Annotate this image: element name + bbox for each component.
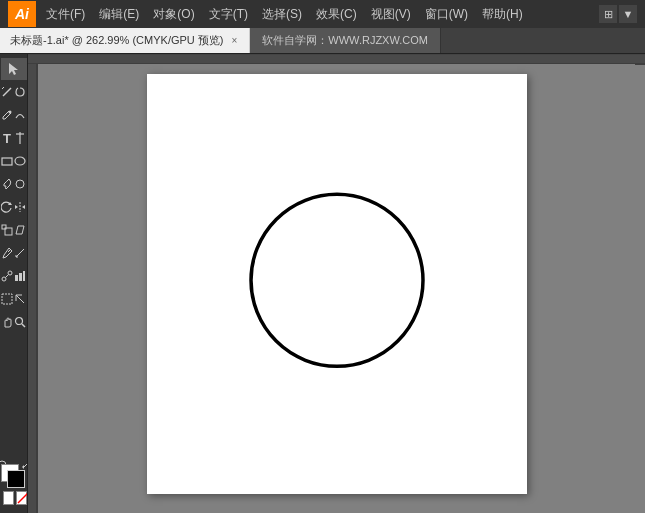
window-controls: ⊞ ▼ [599,5,637,23]
slice-tool[interactable] [14,288,27,310]
svg-point-7 [15,157,25,165]
scale-tool[interactable] [1,219,14,241]
hand-tool[interactable] [1,311,14,333]
none-swatch[interactable] [16,491,27,505]
pen-tool[interactable] [1,104,14,126]
svg-line-26 [16,295,24,303]
svg-line-16 [16,249,24,257]
svg-rect-6 [2,158,12,165]
tab-active-document[interactable]: 未标题-1.ai* @ 262.99% (CMYK/GPU 预览) × [0,28,250,53]
tab-inactive-label: 软件自学网：WWW.RJZXW.COM [262,33,428,48]
lasso-tool[interactable] [14,81,27,103]
selection-tool[interactable] [1,58,27,80]
stroke-swatch[interactable] [3,491,14,505]
svg-point-19 [2,277,6,281]
ruler-top [28,54,645,64]
svg-marker-12 [22,205,25,209]
svg-line-30 [22,324,25,327]
svg-point-20 [8,271,12,275]
color-swatches[interactable] [1,464,27,490]
svg-rect-24 [23,271,25,281]
canvas-area[interactable] [28,54,645,513]
paintbrush-tool[interactable] [1,173,14,195]
blob-brush-tool[interactable] [14,173,27,195]
menu-edit[interactable]: 编辑(E) [93,4,145,25]
tab-inactive-document[interactable]: 软件自学网：WWW.RJZXW.COM [250,28,441,53]
column-graph-tool[interactable] [14,265,27,287]
vertical-type-tool[interactable] [14,127,27,149]
tab-active-label: 未标题-1.ai* @ 262.99% (CMYK/GPU 预览) [10,33,224,48]
canvas-inner [38,64,635,503]
circle-shape [244,187,429,372]
minimize-button[interactable]: ▼ [619,5,637,23]
blend-tool[interactable] [1,265,14,287]
menu-file[interactable]: 文件(F) [40,4,91,25]
artboard [147,74,527,494]
zoom-tool[interactable] [14,311,27,333]
reflect-tool[interactable] [14,196,27,218]
tab-bar: 未标题-1.ai* @ 262.99% (CMYK/GPU 预览) × 软件自学… [0,28,645,54]
menu-window[interactable]: 窗口(W) [419,4,474,25]
foreground-color-swatch[interactable] [7,470,25,488]
svg-line-2 [2,87,4,89]
workspace-switcher[interactable]: ⊞ [599,5,617,23]
curvature-tool[interactable] [14,104,27,126]
stroke-none-row [1,491,27,505]
svg-point-39 [251,194,423,366]
eyedropper-tool[interactable] [1,242,14,264]
svg-line-34 [18,493,28,503]
svg-rect-23 [19,273,22,281]
svg-line-21 [6,275,9,278]
svg-rect-22 [15,275,18,281]
svg-point-8 [16,180,24,188]
menu-help[interactable]: 帮助(H) [476,4,529,25]
menu-view[interactable]: 视图(V) [365,4,417,25]
svg-marker-11 [15,205,18,209]
svg-point-3 [9,111,12,114]
title-bar: Ai 文件(F) 编辑(E) 对象(O) 文字(T) 选择(S) 效果(C) 视… [0,0,645,28]
app-logo: Ai [8,1,36,27]
measure-tool[interactable] [14,242,27,264]
ruler-left [28,64,38,513]
svg-marker-33 [22,465,24,469]
svg-marker-0 [9,63,18,75]
svg-rect-25 [2,294,12,304]
svg-line-1 [3,88,11,96]
menu-object[interactable]: 对象(O) [147,4,200,25]
shear-tool[interactable] [14,219,27,241]
tab-close-button[interactable]: × [230,34,240,47]
main-layout: T [0,54,645,513]
magic-wand-tool[interactable] [1,81,14,103]
menu-bar: 文件(F) 编辑(E) 对象(O) 文字(T) 选择(S) 效果(C) 视图(V… [40,4,595,25]
menu-effect[interactable]: 效果(C) [310,4,363,25]
menu-type[interactable]: 文字(T) [203,4,254,25]
rectangle-tool[interactable] [1,150,14,172]
type-tool[interactable]: T [1,127,14,149]
menu-select[interactable]: 选择(S) [256,4,308,25]
color-area [1,464,27,509]
artboard-tool[interactable] [1,288,14,310]
svg-point-29 [16,318,23,325]
ellipse-tool[interactable] [14,150,27,172]
rotate-tool[interactable] [1,196,14,218]
toolbar: T [0,54,28,513]
